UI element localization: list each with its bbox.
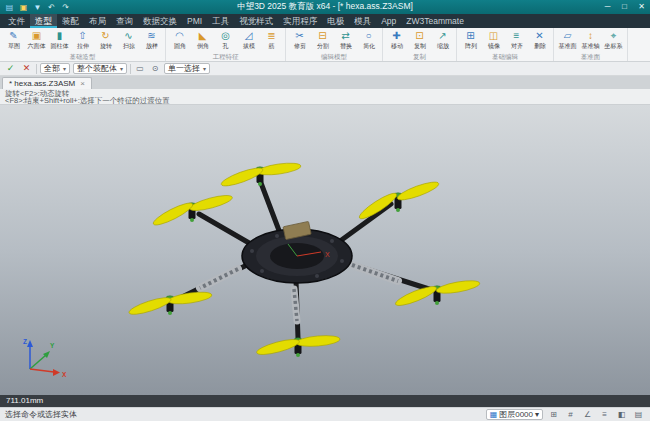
chamfer-button[interactable]: ◣ 倒角 (191, 29, 214, 52)
rib-button[interactable]: ≣ 筋 (260, 29, 283, 52)
loft-button[interactable]: ≋ 放样 (140, 29, 163, 52)
menu-item-shape[interactable]: 造型 (30, 14, 57, 28)
maximize-button[interactable]: □ (616, 0, 633, 14)
chevron-down-icon: ▾ (120, 65, 123, 72)
ortho-toggle-icon[interactable]: ∠ (581, 409, 594, 420)
ribbon-group-edit-model: ✂ 修剪 ⊟ 分割 ⇄ 替换 ○ 简化 编辑模型 (286, 28, 383, 61)
pattern-icon: ⊞ (463, 29, 479, 42)
cylinder-button[interactable]: ▮ 圆柱体 (48, 29, 71, 52)
panel-toggle-icon[interactable]: ▤ (632, 409, 645, 420)
ribbon: ✎ 草图 ▣ 六面体 ▮ 圆柱体 ⇧ 拉伸 ↻ 旋转 (0, 28, 650, 62)
ribbon-group-basic-edit: ⊞ 阵列 ◫ 镜像 ≡ 对齐 ✕ 删除 基础编辑 (457, 28, 554, 61)
tool-label: 对齐 (510, 42, 522, 51)
fillet-button[interactable]: ◠ 圆角 (168, 29, 191, 52)
menu-item-layout[interactable]: 布局 (84, 14, 111, 28)
replace-button[interactable]: ⇄ 替换 (334, 29, 357, 52)
tool-label: 孔 (222, 42, 228, 51)
minimize-button[interactable]: ─ (599, 0, 616, 14)
menu-item-pmi[interactable]: PMI (182, 14, 207, 28)
redo-icon[interactable]: ↷ (60, 2, 71, 13)
scale-button[interactable]: ↗ 缩放 (431, 29, 454, 52)
draft-button[interactable]: ◿ 拔模 (237, 29, 260, 52)
menu-item-electrode[interactable]: 电极 (322, 14, 349, 28)
triad-z-label: Z (23, 338, 27, 345)
pick-mode-dropdown-label: 单一选择 (168, 63, 200, 74)
cylinder-icon: ▮ (52, 29, 68, 42)
move-button[interactable]: ✚ 移动 (385, 29, 408, 52)
save-icon[interactable]: ▼ (32, 2, 43, 13)
status-message: 选择命令或选择实体 (5, 409, 482, 420)
document-tab[interactable]: * hexa.ass.Z3ASM × (2, 77, 92, 89)
cancel-button[interactable]: ✕ (20, 63, 33, 74)
replace-icon: ⇄ (338, 29, 354, 42)
sketch-button[interactable]: ✎ 草图 (2, 29, 25, 52)
tool-label: 删除 (533, 42, 545, 51)
ribbon-group-copy: ✚ 移动 ⊡ 复制 ↗ 缩放 复制 (383, 28, 457, 61)
menu-item-file[interactable]: 文件 (3, 14, 30, 28)
tool-label: 基准面 (558, 42, 576, 51)
tool-label: 缩放 (436, 42, 448, 51)
pick-mode-dropdown[interactable]: 单一选择 ▾ (164, 63, 210, 74)
menu-item-data-exchange[interactable]: 数据交换 (138, 14, 182, 28)
menu-item-app[interactable]: App (376, 14, 401, 28)
tab-close-icon[interactable]: × (80, 79, 85, 88)
chevron-down-icon: ▾ (63, 65, 66, 72)
ribbon-group-label: 复制 (383, 52, 456, 61)
filter-dropdown[interactable]: 全部 ▾ (40, 63, 70, 74)
ribbon-group-label: 基准面 (554, 52, 627, 61)
revolve-icon: ↻ (98, 29, 114, 42)
prompt-area: 旋转<F2>:动态旋转 <F8>:结束+Shift+roll+:选择下一个特征的… (0, 89, 650, 105)
lineweight-toggle-icon[interactable]: ≡ (598, 409, 611, 420)
extrude-button[interactable]: ⇧ 拉伸 (71, 29, 94, 52)
align-button[interactable]: ≡ 对齐 (505, 29, 528, 52)
csys-button[interactable]: ⌖ 坐标系 (602, 29, 625, 52)
block-button[interactable]: ▣ 六面体 (25, 29, 48, 52)
menu-item-mold[interactable]: 模具 (349, 14, 376, 28)
revolve-button[interactable]: ↻ 旋转 (94, 29, 117, 52)
tool-label: 草图 (7, 42, 19, 51)
tool-label: 基准轴 (581, 42, 599, 51)
drone-hub: X (242, 221, 352, 283)
grid-toggle-icon[interactable]: # (564, 409, 577, 420)
drone-3d-model[interactable]: X (0, 105, 650, 395)
viewport-3d[interactable]: X (0, 105, 650, 395)
scope-dropdown[interactable]: 整个装配体 ▾ (73, 63, 127, 74)
datum-plane-icon: ▱ (560, 29, 576, 42)
snap-toggle-icon[interactable]: ⊞ (547, 409, 560, 420)
trim-button[interactable]: ✂ 修剪 (288, 29, 311, 52)
status-bar: 选择命令或选择实体 ▦ 图层0000 ▾ ⊞ # ∠ ≡ ◧ ▤ (0, 407, 650, 421)
sweep-button[interactable]: ∿ 扫掠 (117, 29, 140, 52)
erase-button[interactable]: ✕ 删除 (528, 29, 551, 52)
open-file-icon[interactable]: ▣ (18, 2, 29, 13)
simplify-button[interactable]: ○ 简化 (357, 29, 380, 52)
new-file-icon[interactable]: ▤ (4, 2, 15, 13)
pick-box-icon[interactable]: ▭ (134, 63, 146, 74)
fillet-icon: ◠ (172, 29, 188, 42)
capture-icon[interactable]: ◧ (615, 409, 628, 420)
datum-axis-button[interactable]: ↕ 基准轴 (579, 29, 602, 52)
hole-button[interactable]: ◎ 孔 (214, 29, 237, 52)
layer-icon: ▦ (490, 410, 498, 419)
triad-x-label: X (62, 371, 67, 378)
menu-item-inquire[interactable]: 查询 (111, 14, 138, 28)
undo-icon[interactable]: ↶ (46, 2, 57, 13)
highlight-icon[interactable]: ⊙ (149, 63, 161, 74)
divide-button[interactable]: ⊟ 分割 (311, 29, 334, 52)
pattern-button[interactable]: ⊞ 阵列 (459, 29, 482, 52)
menu-item-visual-style[interactable]: 视觉样式 (234, 14, 278, 28)
menu-item-utilities[interactable]: 实用程序 (278, 14, 322, 28)
menu-item-assembly[interactable]: 装配 (57, 14, 84, 28)
copy-button[interactable]: ⊡ 复制 (408, 29, 431, 52)
ribbon-group-label: 基础编辑 (457, 52, 553, 61)
mirror-button[interactable]: ◫ 镜像 (482, 29, 505, 52)
divider (130, 64, 131, 74)
layer-dropdown[interactable]: ▦ 图层0000 ▾ (486, 409, 543, 420)
tool-label: 旋转 (99, 42, 111, 51)
close-button[interactable]: ✕ (633, 0, 650, 14)
confirm-button[interactable]: ✓ (4, 63, 17, 74)
menu-item-zw3teammate[interactable]: ZW3Teammate (401, 14, 469, 28)
menu-item-tools[interactable]: 工具 (207, 14, 234, 28)
datum-plane-button[interactable]: ▱ 基准面 (556, 29, 579, 52)
layer-dropdown-label: 图层0000 (499, 409, 533, 420)
align-icon: ≡ (509, 29, 525, 42)
